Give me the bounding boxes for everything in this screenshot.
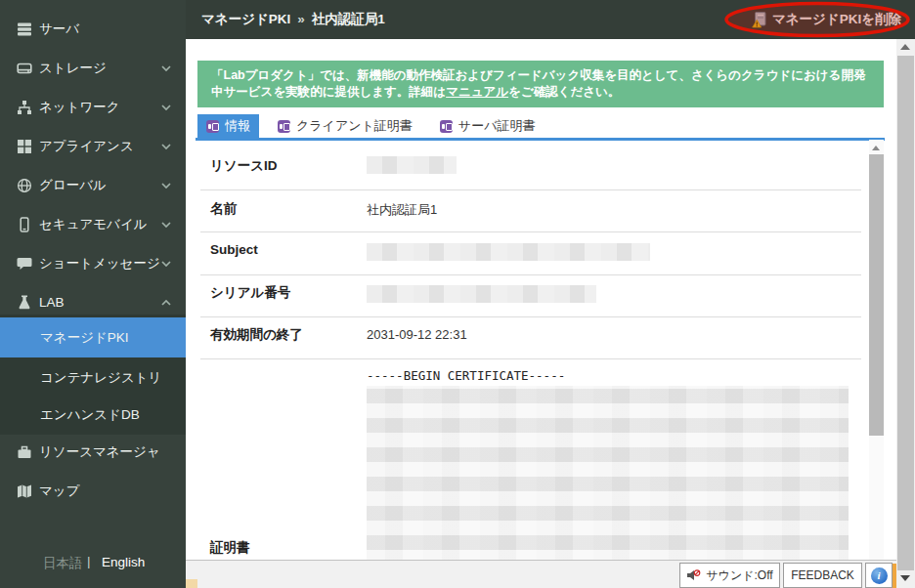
breadcrumb: マネージドPKI»社内認証局1 — [201, 0, 385, 39]
speaker-muted-icon — [686, 569, 701, 581]
detail-row-label: シリアル番号 — [210, 284, 290, 302]
sidebar-item-enhanced-db[interactable]: エンハンスドDB — [0, 395, 186, 435]
sidebar-item-secure-mobile[interactable]: セキュアモバイル — [0, 205, 186, 244]
row-divider — [200, 189, 861, 190]
message-bubble-icon — [17, 256, 32, 272]
detail-row-label: Subject — [210, 242, 258, 257]
tab-info[interactable]: 情報 — [197, 114, 259, 138]
language-english-link[interactable]: English — [102, 555, 145, 569]
chevron-down-icon — [161, 105, 171, 110]
sidebar-item-storage[interactable]: ストレージ — [0, 49, 186, 88]
sidebar-item-short-message[interactable]: ショートメッセージ — [0, 244, 186, 283]
detail-row-label: 証明書 — [210, 539, 250, 557]
manual-link[interactable]: マニュアル — [446, 85, 508, 99]
sidebar-item-map[interactable]: マップ — [0, 472, 186, 511]
redacted-value-resource-id — [367, 156, 457, 174]
language-separator: | — [87, 554, 91, 568]
footer-accent-left — [186, 579, 197, 588]
sidebar-item-label: アプライアンス — [39, 127, 134, 166]
sidebar-item-resource-manager[interactable]: リソースマネージャ — [0, 433, 186, 472]
content-scrollbar-up-arrow[interactable] — [869, 144, 884, 153]
detail-row-value: 社内認証局1 — [367, 201, 437, 219]
banner-text-after: をご確認ください。 — [508, 85, 620, 99]
tab-client-certificates[interactable]: クライアント証明書 — [269, 114, 421, 138]
resource-manager-icon — [17, 444, 32, 460]
sound-toggle-label: サウンド:Off — [706, 567, 772, 584]
feedback-label: FEEDBACK — [791, 568, 854, 582]
chevron-down-icon — [161, 261, 171, 267]
feedback-button[interactable]: FEEDBACK — [783, 563, 862, 588]
page-scrollbar[interactable] — [896, 39, 915, 588]
sidebar-item-label: エンハンスドDB — [40, 395, 140, 435]
triangle-up-icon — [872, 146, 880, 150]
chevron-up-icon — [161, 300, 171, 306]
sidebar-item-container-registry[interactable]: コンテナレジストリ — [0, 357, 186, 398]
appliance-icon — [17, 139, 32, 154]
page-scrollbar-thumb[interactable] — [897, 56, 914, 570]
redacted-value-subject — [367, 243, 650, 261]
tab-underline — [196, 138, 885, 141]
server-icon — [17, 21, 32, 37]
info-button[interactable]: i — [865, 563, 893, 588]
globe-icon — [17, 178, 32, 193]
sidebar-item-appliance[interactable]: アプライアンス — [0, 127, 186, 166]
sidebar-item-managed-pki[interactable]: マネージドPKI — [0, 317, 186, 357]
sidebar: サーバ ストレージ ネットワーク アプライアンス グローバル セキュアモバイル — [0, 0, 186, 588]
row-divider — [200, 316, 861, 317]
sidebar-item-network[interactable]: ネットワーク — [0, 88, 186, 127]
sound-toggle-button[interactable]: サウンド:Off — [679, 563, 780, 588]
tab-label: クライアント証明書 — [296, 117, 413, 135]
tab-label: 情報 — [225, 117, 250, 135]
mobile-icon — [17, 217, 32, 232]
tab-server-certificates[interactable]: サーバ証明書 — [431, 114, 545, 138]
tab-label: サーバ証明書 — [458, 117, 536, 135]
chevron-down-icon — [161, 222, 171, 228]
sidebar-item-label: サーバ — [39, 10, 79, 49]
network-icon — [17, 100, 32, 115]
sidebar-item-label: マップ — [39, 472, 79, 511]
language-japanese-link[interactable]: 日本語 — [43, 555, 83, 572]
breadcrumb-separator: » — [297, 12, 305, 26]
sidebar-item-label: マネージドPKI — [40, 317, 129, 357]
sidebar-item-global[interactable]: グローバル — [0, 166, 186, 205]
sidebar-item-label: グローバル — [39, 166, 107, 205]
page-header: マネージドPKI»社内認証局1 マネージドPKIを削除 — [186, 0, 915, 39]
sidebar-item-label: リソースマネージャ — [39, 433, 160, 472]
delete-managed-pki-button[interactable]: マネージドPKIを削除 — [752, 0, 901, 39]
row-divider — [200, 274, 861, 275]
tab-panel-icon — [206, 120, 219, 133]
lab-product-notice-banner: 「Labプロダクト」では、新機能の動作検証およびフィードバック収集を目的として、… — [197, 61, 884, 107]
delete-warning-icon — [752, 12, 766, 28]
sidebar-item-server[interactable]: サーバ — [0, 10, 186, 49]
tab-bar: 情報 クライアント証明書 サーバ証明書 — [197, 114, 544, 138]
info-icon: i — [871, 567, 888, 584]
page-scrollbar-up-arrow[interactable] — [896, 39, 915, 55]
row-divider — [200, 358, 861, 359]
chevron-down-icon — [161, 183, 171, 189]
chevron-down-icon — [161, 65, 171, 71]
redacted-certificate-block — [367, 386, 849, 565]
lab-flask-icon — [17, 295, 32, 311]
chevron-down-icon — [161, 144, 171, 149]
tab-panel-icon — [278, 120, 290, 133]
detail-row-value: 2031-09-12 22:31 — [367, 327, 467, 342]
sidebar-item-label: ストレージ — [39, 49, 107, 88]
page-scrollbar-down-arrow[interactable] — [896, 570, 915, 586]
detail-row-label: リソースID — [210, 157, 277, 175]
row-divider — [200, 231, 861, 232]
detail-row-label: 有効期間の終了 — [210, 326, 303, 344]
sidebar-item-label: ショートメッセージ — [39, 244, 160, 283]
sidebar-item-label: セキュアモバイル — [39, 205, 148, 244]
breadcrumb-parent[interactable]: マネージドPKI — [201, 12, 290, 26]
map-icon — [17, 483, 32, 499]
storage-icon — [17, 61, 32, 76]
triangle-up-icon — [900, 44, 910, 50]
breadcrumb-current: 社内認証局1 — [312, 12, 385, 26]
content-scrollbar-thumb[interactable] — [869, 154, 884, 436]
language-switcher: 日本語 | English — [0, 547, 186, 576]
sidebar-item-label: ネットワーク — [39, 88, 120, 127]
triangle-down-icon — [900, 575, 910, 581]
detail-row-label: 名前 — [210, 200, 237, 218]
managed-pki-page: サーバ ストレージ ネットワーク アプライアンス グローバル セキュアモバイル — [0, 0, 915, 588]
redacted-value-serial — [367, 285, 596, 303]
